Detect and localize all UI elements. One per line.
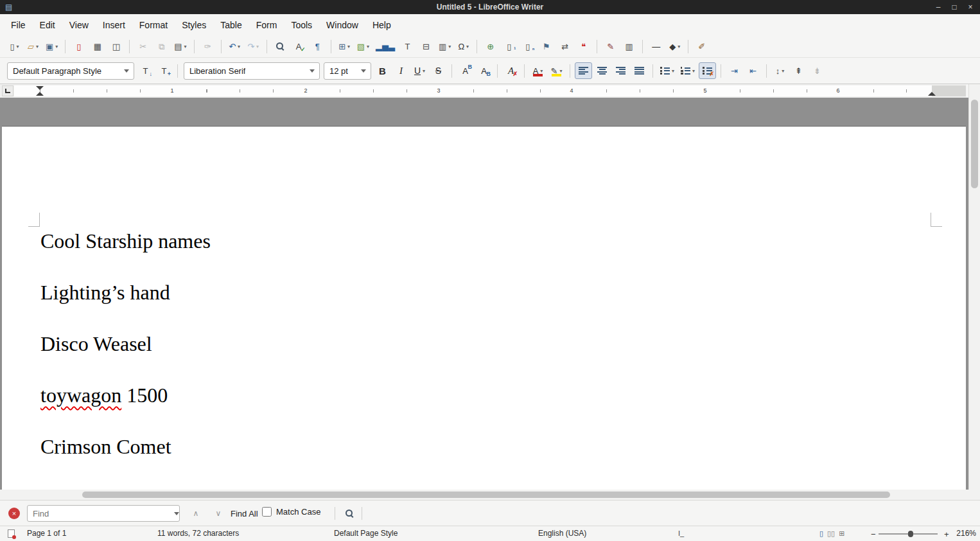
- clear-formatting-button[interactable]: A✗: [502, 62, 520, 79]
- zoom-out-button[interactable]: −: [867, 526, 876, 541]
- font-name-combo[interactable]: Liberation Serif: [184, 62, 320, 80]
- formatting-marks-button[interactable]: ¶: [309, 38, 326, 55]
- find-input[interactable]: [28, 509, 169, 519]
- ordered-list-button[interactable]: [678, 62, 697, 79]
- insert-textbox-button[interactable]: T: [399, 38, 416, 55]
- paragraph[interactable]: toywagon 1500: [40, 381, 940, 410]
- decrease-indent-button[interactable]: ⇤: [744, 62, 762, 79]
- no-list-button[interactable]: ✗: [699, 62, 716, 79]
- zoom-slider-thumb[interactable]: [908, 531, 913, 537]
- special-character-button[interactable]: Ω: [455, 38, 472, 55]
- insert-line-button[interactable]: —: [647, 38, 665, 55]
- insert-cross-reference-button[interactable]: ⇄: [556, 38, 573, 55]
- menu-table[interactable]: Table: [213, 16, 249, 34]
- paste-button[interactable]: ▤: [171, 38, 189, 55]
- insert-field-button[interactable]: ▥: [436, 38, 453, 55]
- insert-endnote-button[interactable]: ▯ⁿ: [519, 38, 536, 55]
- highlight-color-button[interactable]: ✎: [548, 62, 565, 79]
- paragraph[interactable]: Crimson Comet: [40, 432, 940, 461]
- menu-form[interactable]: Form: [249, 16, 284, 34]
- redo-button[interactable]: ↷: [245, 38, 262, 55]
- vertical-scrollbar[interactable]: [968, 84, 980, 490]
- right-indent-marker[interactable]: [928, 91, 936, 96]
- print-button[interactable]: ▦: [89, 38, 106, 55]
- paragraph[interactable]: Disco Weasel: [40, 330, 940, 359]
- paragraph[interactable]: Lighting’s hand: [40, 278, 940, 307]
- update-style-button[interactable]: T↓: [137, 62, 154, 79]
- underline-button[interactable]: U: [411, 62, 428, 79]
- undo-button[interactable]: ↶: [226, 38, 243, 55]
- font-size-combo[interactable]: 12 pt: [324, 62, 371, 80]
- subscript-button[interactable]: AB: [475, 62, 493, 79]
- menu-format[interactable]: Format: [132, 16, 175, 34]
- close-button[interactable]: ×: [966, 3, 975, 12]
- chevron-down-icon[interactable]: [361, 69, 366, 73]
- menu-view[interactable]: View: [62, 16, 96, 34]
- superscript-button[interactable]: AB: [457, 62, 474, 79]
- unordered-list-button[interactable]: [658, 62, 677, 79]
- paragraph[interactable]: Cool Starship names: [40, 227, 940, 256]
- match-case-checkbox[interactable]: [262, 507, 272, 517]
- page-style-status[interactable]: Default Page Style: [334, 526, 398, 541]
- page-count-status[interactable]: Page 1 of 1: [27, 526, 66, 541]
- paragraph-style-combo[interactable]: Default Paragraph Style: [7, 62, 134, 80]
- basic-shapes-button[interactable]: ◆: [666, 38, 683, 55]
- copy-button[interactable]: ⧉: [153, 38, 170, 55]
- vertical-scrollbar-thumb[interactable]: [971, 100, 978, 188]
- ruler[interactable]: 1 2 3 4 5 6: [0, 84, 966, 98]
- justify-button[interactable]: [631, 62, 648, 79]
- menu-help[interactable]: Help: [365, 16, 398, 34]
- document-text[interactable]: Cool Starship namesLighting’s handDisco …: [40, 227, 940, 484]
- insert-comment-button[interactable]: ❝: [575, 38, 592, 55]
- page[interactable]: Cool Starship namesLighting’s handDisco …: [2, 126, 966, 490]
- bold-button[interactable]: B: [374, 62, 391, 79]
- line-spacing-button[interactable]: ↕: [771, 62, 789, 79]
- menu-window[interactable]: Window: [319, 16, 365, 34]
- menu-tools[interactable]: Tools: [284, 16, 319, 34]
- horizontal-scrollbar[interactable]: [0, 490, 968, 500]
- word-count-status[interactable]: 11 words, 72 characters: [157, 526, 239, 541]
- print-preview-button[interactable]: ◫: [107, 38, 125, 55]
- italic-button[interactable]: I: [392, 62, 410, 79]
- clone-formatting-button[interactable]: ✑: [199, 38, 216, 55]
- language-status[interactable]: English (USA): [538, 526, 586, 541]
- menu-insert[interactable]: Insert: [96, 16, 132, 34]
- menu-file[interactable]: File: [4, 16, 33, 34]
- draw-functions-button[interactable]: ✐: [693, 38, 710, 55]
- chevron-down-icon[interactable]: [310, 69, 315, 73]
- left-indent-marker[interactable]: [36, 86, 44, 96]
- decrease-paragraph-spacing-button[interactable]: ⇟: [809, 62, 826, 79]
- insert-mode-indicator[interactable]: I_: [678, 526, 684, 541]
- align-left-button[interactable]: [575, 62, 592, 79]
- find-replace-button[interactable]: [272, 38, 289, 55]
- align-center-button[interactable]: [593, 62, 611, 79]
- export-pdf-button[interactable]: ▯: [70, 38, 87, 55]
- menu-edit[interactable]: Edit: [33, 16, 62, 34]
- restore-button[interactable]: □: [950, 3, 959, 12]
- zoom-slider[interactable]: [879, 533, 938, 535]
- new-document-button[interactable]: ▯: [6, 38, 23, 55]
- zoom-in-button[interactable]: +: [940, 526, 949, 541]
- chevron-down-icon[interactable]: [174, 512, 179, 515]
- insert-footnote-button[interactable]: ▯¹: [500, 38, 518, 55]
- align-right-button[interactable]: [612, 62, 629, 79]
- find-previous-button[interactable]: ∧: [186, 506, 206, 520]
- strikethrough-button[interactable]: S: [430, 62, 447, 79]
- find-next-button[interactable]: ∨: [209, 506, 228, 520]
- find-and-replace-button[interactable]: [341, 506, 358, 521]
- insert-bookmark-button[interactable]: ⚑: [538, 38, 555, 55]
- open-button[interactable]: ▱: [24, 38, 42, 55]
- insert-table-button[interactable]: ⊞: [336, 38, 353, 55]
- spelling-button[interactable]: A✓: [290, 38, 308, 55]
- insert-pagebreak-button[interactable]: ⊟: [417, 38, 435, 55]
- insert-hyperlink-button[interactable]: ⊕: [482, 38, 499, 55]
- close-find-bar-button[interactable]: ×: [8, 508, 20, 519]
- find-all-button[interactable]: Find All: [228, 506, 261, 521]
- find-combo[interactable]: [27, 505, 180, 522]
- insert-image-button[interactable]: ▧: [354, 38, 372, 55]
- single-page-view-button[interactable]: ▯: [819, 526, 823, 541]
- show-track-changes-button[interactable]: ▥: [620, 38, 638, 55]
- horizontal-scrollbar-thumb[interactable]: [82, 492, 890, 498]
- increase-indent-button[interactable]: ⇥: [726, 62, 743, 79]
- insert-chart-button[interactable]: ▂▅▃: [373, 38, 398, 55]
